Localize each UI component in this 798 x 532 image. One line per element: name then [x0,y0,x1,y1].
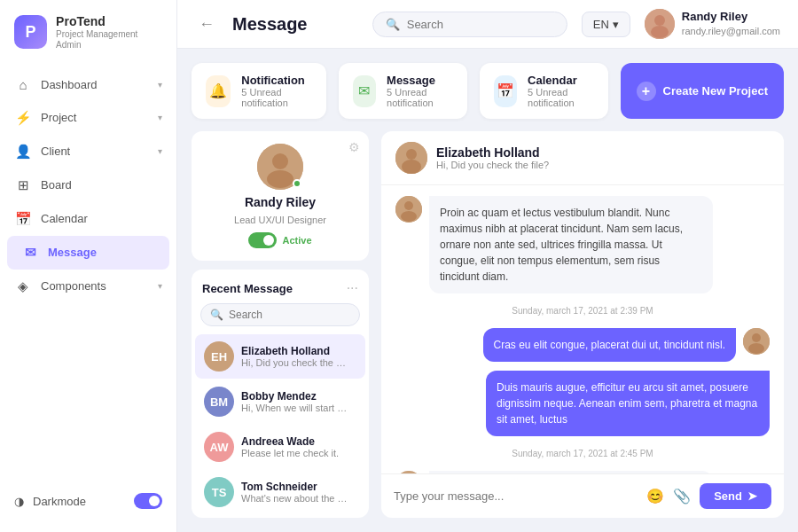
status-dot [293,179,301,188]
calendar-card[interactable]: 📅 Calendar 5 Unread notification [480,63,608,119]
sidebar-item-dashboard[interactable]: ⌂ Dashboard ▾ [0,68,176,101]
active-label: Active [282,235,311,246]
language-button[interactable]: EN ▾ [582,12,630,37]
darkmode-toggle[interactable] [134,493,162,509]
msg-left-panel: ⚙ Randy Riley Lead UX/UI Designer Acti [192,131,369,518]
darkmode-icon: ◑ [14,495,24,508]
notification-icon: 🔔 [206,75,231,107]
recent-search-input[interactable] [229,309,350,321]
profile-card: ⚙ Randy Riley Lead UX/UI Designer Acti [192,131,369,261]
sidebar-item-label: Project [41,111,76,124]
sidebar-item-label: Message [48,246,97,259]
content-area: 🔔 Notification 5 Unread notification ✉ M… [177,49,798,532]
profile-name: Randy Riley [245,195,316,209]
msg-item-name: Elizabeth Holland [241,345,356,357]
notification-card[interactable]: 🔔 Notification 5 Unread notification [192,63,326,119]
emoji-icon[interactable]: 😊 [646,488,664,505]
sidebar: P ProTend Project Management Admin ⌂ Das… [0,0,177,532]
msg-item-name: Andreea Wade [241,435,356,448]
collapse-button[interactable]: ← [195,12,218,37]
recent-panel: Recent Message ··· 🔍 EH Elizabeth Hollan… [192,270,369,518]
recent-search: 🔍 [200,303,360,326]
chat-contact-name: Elizabeth Holland [436,145,549,160]
notification-card-text: Notification 5 Unread notification [241,74,311,108]
client-icon: 👤 [14,144,32,160]
message-list: EH Elizabeth Holland Hi, Did you check t… [192,333,369,518]
search-bar: 🔍 [372,12,567,37]
svg-point-8 [402,160,421,174]
chat-messages: Proin ac quam et lectus vestibulum bland… [381,185,784,473]
sidebar-item-label: Board [41,178,72,192]
msg-item-text: Elizabeth Holland Hi, Did you check the … [241,345,356,368]
svg-point-5 [267,170,293,188]
chevron-icon: ▾ [158,113,162,122]
cards-row: 🔔 Notification 5 Unread notification ✉ M… [192,63,784,119]
app-subtitle: Project Management Admin [56,29,162,51]
send-label: Send [714,489,742,503]
avatar: TS [204,477,234,507]
avatar: EH [204,341,234,372]
user-email: randy.riley@gmail.com [682,25,780,37]
notification-sub: 5 Unread notification [241,87,311,108]
lang-label: EN [593,18,609,31]
sidebar-item-client[interactable]: 👤 Client ▾ [0,135,176,168]
recent-header: Recent Message ··· [192,270,369,303]
sidebar-item-label: Components [41,279,106,293]
list-item[interactable]: BM Bobby Mendez Hi, When we will start t… [195,379,365,424]
send-icon: ➤ [747,489,757,503]
msg-item-preview: What's new about the new project? [241,493,348,504]
svg-point-2 [651,26,669,38]
app-name: ProTend [56,14,162,29]
list-item[interactable]: AW Andreea Wade Please let me check it. [195,425,365,469]
message-input[interactable] [394,489,638,503]
timestamp: Sunday, march 17, 2021 at 2:39 PM [395,306,770,316]
sidebar-item-project[interactable]: ⚡ Project ▾ [0,101,176,135]
message-card-icon: ✉ [353,75,377,107]
components-icon: ◈ [14,278,32,294]
topbar: ← Message 🔍 EN ▾ Randy Riley randy.riley… [177,0,798,49]
user-name-block: Randy Riley randy.riley@gmail.com [682,10,780,37]
sidebar-item-message[interactable]: ✉ Message [7,236,169,270]
message-bubble: Duis mauris augue, efficitur eu arcu sit… [395,371,770,436]
sidebar-item-board[interactable]: ⊞ Board [0,168,176,202]
chat-input-area: 😊 📎 Send ➤ [381,473,784,518]
chat-header: Elizabeth Holland Hi, Did you check the … [381,131,784,185]
message-card-sub: 5 Unread notification [387,87,452,108]
chat-contact-sub: Hi, Did you check the file? [436,160,549,170]
calendar-card-sub: 5 Unread notification [528,87,593,108]
chevron-icon: ▾ [158,281,162,291]
search-icon: 🔍 [210,309,223,321]
sidebar-nav: ⌂ Dashboard ▾ ⚡ Project ▾ 👤 Client ▾ ⊞ B… [0,68,176,484]
svg-point-7 [406,149,417,160]
sidebar-item-calendar[interactable]: 📅 Calendar [0,202,176,236]
attachment-icon[interactable]: 📎 [673,488,691,505]
message-bubble: Cras eu elit congue, placerat dui ut, ti… [395,328,770,362]
active-toggle: Active [248,232,311,248]
more-options-icon[interactable]: ··· [347,280,358,296]
darkmode-label: Darkmode [33,495,86,508]
send-button[interactable]: Send ➤ [700,483,771,509]
main-area: ← Message 🔍 EN ▾ Randy Riley randy.riley… [177,0,798,532]
sidebar-item-components[interactable]: ◈ Components ▾ [0,270,176,303]
logo: P ProTend Project Management Admin [0,14,176,68]
list-item[interactable]: TS Tom Schneider What's new about the ne… [195,470,365,514]
profile-avatar [257,144,303,190]
svg-point-10 [404,201,413,210]
user-info[interactable]: Randy Riley randy.riley@gmail.com [645,9,780,39]
gear-icon[interactable]: ⚙ [348,140,360,154]
page-title: Message [232,14,358,35]
create-project-button[interactable]: + Create New Project [621,63,785,119]
user-avatar [645,9,675,39]
calendar-icon: 📅 [14,211,32,227]
message-card[interactable]: ✉ Message 5 Unread notification [339,63,467,119]
sidebar-item-label: Dashboard [41,78,98,91]
chat-contact-info: Elizabeth Holland Hi, Did you check the … [436,145,549,170]
dashboard-icon: ⌂ [14,77,32,92]
active-toggle-pill[interactable] [248,232,277,248]
list-item[interactable]: BM Bobby Mendez I will check it tonight [195,515,365,518]
msg-item-text: Tom Schneider What's new about the new p… [241,481,356,504]
search-icon: 🔍 [386,18,400,31]
search-input[interactable] [407,18,540,31]
list-item[interactable]: EH Elizabeth Holland Hi, Did you check t… [195,334,365,379]
message-bubble: Proin ac quam et lectus vestibulum bland… [395,196,770,293]
